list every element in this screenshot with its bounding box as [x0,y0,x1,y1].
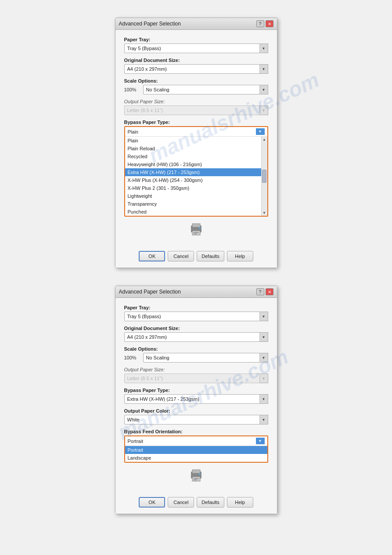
dialog-1: Advanced Paper Selection ? ✕ Paper Tray:… [115,18,277,268]
paper-tray-label-2: Paper Tray: [124,305,268,310]
paper-tray-select-wrapper-2: Tray 5 (Bypass) ▼ [124,312,268,321]
svg-rect-10 [194,479,197,480]
scale-select-wrapper-1: No Scaling ▼ [143,85,268,94]
percentage-2: 100% [124,355,140,360]
bypass-feed-orientation-group-2: Bypass Feed Orientation: Portrait ▼ Port… [124,429,268,463]
bypass-paper-type-select-2[interactable]: Extra HW (X-HW) (217 - 253gsm) [124,394,268,404]
list-item-portrait[interactable]: Portrait [125,446,267,454]
orig-doc-size-select-wrapper-1: A4 (210 x 297mm) ▼ [124,64,268,74]
list-item-selected[interactable]: Extra HW (X-HW) (217 - 253gsm) [125,168,261,176]
bypass-paper-type-dropdown-1[interactable]: Plain ▼ Plain Plain Reload Recycled Heav… [124,126,268,217]
list-item-landscape[interactable]: Landscape [125,454,267,462]
orig-doc-size-group-2: Original Document Size: A4 (210 x 297mm)… [124,326,268,342]
output-paper-size-label-1: Output Paper Size: [124,99,268,104]
percentage-1: 100% [124,87,140,92]
list-item[interactable]: Transparency [125,200,261,208]
list-item[interactable]: Recycled [125,152,261,160]
orig-doc-size-select-2[interactable]: A4 (210 x 297mm) [124,332,268,342]
paper-tray-group-2: Paper Tray: Tray 5 (Bypass) ▼ [124,305,268,321]
defaults-button-2[interactable]: Defaults [197,497,224,508]
orig-doc-size-label-1: Original Document Size: [124,58,268,63]
svg-point-5 [199,227,201,229]
help-button-2[interactable]: Help [227,497,253,508]
orig-doc-size-select-1[interactable]: A4 (210 x 297mm) [124,64,268,74]
help-button-1[interactable]: Help [227,251,253,261]
output-paper-size-select-wrapper-2: Letter (8.5 x 11") ▼ [124,374,268,383]
output-paper-color-select-2[interactable]: White [124,415,268,424]
bypass-feed-orientation-label-2: Bypass Feed Orientation: [124,429,268,434]
paper-tray-group-1: Paper Tray: Tray 5 (Bypass) ▼ [124,37,268,53]
ok-button-2[interactable]: OK [139,497,165,508]
dialog-2-footer: OK Cancel Defaults Help [115,493,277,514]
list-item[interactable]: Plain Reload [125,145,261,152]
output-paper-size-group-1: Output Paper Size: Letter (8.5 x 11") ▼ [124,99,268,115]
paper-tray-select-wrapper-1: Tray 5 (Bypass) ▼ [124,44,268,53]
orig-doc-size-label-2: Original Document Size: [124,326,268,331]
scale-options-label-1: Scale Options: [124,78,268,83]
cancel-button-1[interactable]: Cancel [168,251,194,261]
scale-options-label-2: Scale Options: [124,346,268,352]
scale-select-wrapper-2: No Scaling ▼ [143,353,268,363]
output-paper-size-select-1: Letter (8.5 x 11") [124,105,268,115]
bypass-feed-orientation-dropdown-2[interactable]: Portrait ▼ Portrait Landscape [124,435,268,463]
bypass-feed-orientation-list-2: Portrait Landscape [125,446,267,462]
bypass-feed-orientation-selected-text-2: Portrait [128,439,143,444]
titlebar-buttons-2: ? ✕ [256,288,273,295]
titlebar-buttons-1: ? ✕ [256,20,273,27]
svg-rect-3 [194,232,199,233]
output-paper-color-group-2: Output Paper Color: White ▼ [124,408,268,424]
list-item[interactable]: Heavyweight (HW) (106 - 216gsm) [125,160,261,168]
bypass-paper-type-group-2: Bypass Paper Type: Extra HW (X-HW) (217 … [124,388,268,404]
dialog-1-footer: OK Cancel Defaults Help [115,247,277,268]
list-item[interactable]: X-HW Plus 2 (301 - 350gsm) [125,184,261,192]
scale-options-group-1: Scale Options: 100% No Scaling ▼ [124,78,268,94]
svg-rect-1 [192,224,200,227]
dialog-1-title: Advanced Paper Selection [119,21,181,27]
output-paper-size-group-2: Output Paper Size: Letter (8.5 x 11") ▼ [124,367,268,383]
scale-options-row-2: 100% No Scaling ▼ [124,353,268,363]
printer-icon-area-1 [124,221,268,237]
scale-options-row-1: 100% No Scaling ▼ [124,85,268,94]
cancel-button-2[interactable]: Cancel [168,497,194,508]
scale-options-group-2: Scale Options: 100% No Scaling ▼ [124,346,268,363]
bypass-feed-orientation-list-container-2: Portrait Landscape [125,446,267,462]
list-item[interactable]: X-HW Plus (X-HW) (254 - 300gsm) [125,176,261,184]
bypass-paper-type-list-container-1: Plain Plain Reload Recycled Heavyweight … [125,137,267,216]
output-paper-color-select-wrapper-2: White ▼ [124,415,268,424]
paper-tray-select-1[interactable]: Tray 5 (Bypass) [124,44,268,53]
help-titlebar-btn-1[interactable]: ? [256,20,264,27]
bypass-paper-type-display-1: Plain ▼ [125,127,267,137]
orig-doc-size-select-wrapper-2: A4 (210 x 297mm) ▼ [124,332,268,342]
scale-select-1[interactable]: No Scaling [143,85,268,94]
list-item[interactable]: Lightweight [125,192,261,200]
bypass-paper-type-select-wrapper-2: Extra HW (X-HW) (217 - 253gsm) ▼ [124,394,268,404]
scale-select-2[interactable]: No Scaling [143,353,268,363]
list-item[interactable]: Punched [125,208,261,216]
output-paper-size-label-2: Output Paper Size: [124,367,268,372]
dialog-1-content: Paper Tray: Tray 5 (Bypass) ▼ Original D… [115,30,277,247]
output-paper-size-select-wrapper-1: Letter (8.5 x 11") ▼ [124,105,268,115]
ok-button-1[interactable]: OK [139,251,165,261]
bypass-paper-type-selected-text-1: Plain [128,129,138,134]
printer-icon-2 [188,467,204,483]
paper-tray-select-2[interactable]: Tray 5 (Bypass) [124,312,268,321]
dialog-2-title: Advanced Paper Selection [119,289,181,295]
printer-icon-1 [188,221,204,237]
bypass-paper-type-label-2: Bypass Paper Type: [124,388,268,393]
bypass-feed-orientation-display-2: Portrait ▼ [125,436,267,446]
svg-rect-7 [192,470,200,473]
bypass-feed-orientation-arrow-btn-2[interactable]: ▼ [256,438,265,444]
defaults-button-1[interactable]: Defaults [197,251,224,261]
bypass-paper-type-arrow-btn-1[interactable]: ▼ [256,128,265,135]
dialog-2-titlebar: Advanced Paper Selection ? ✕ [115,286,277,298]
close-titlebar-btn-1[interactable]: ✕ [266,20,273,27]
dialog-2-content: Paper Tray: Tray 5 (Bypass) ▼ Original D… [115,298,277,493]
bypass-paper-type-list-1: Plain Plain Reload Recycled Heavyweight … [125,137,261,216]
scrollbar-1[interactable]: ▲ ▼ [261,137,267,216]
help-titlebar-btn-2[interactable]: ? [256,288,264,295]
orig-doc-size-group-1: Original Document Size: A4 (210 x 297mm)… [124,58,268,74]
close-titlebar-btn-2[interactable]: ✕ [266,288,273,295]
list-item[interactable]: Plain [125,137,261,145]
output-paper-color-label-2: Output Paper Color: [124,408,268,414]
bypass-paper-type-label-1: Bypass Paper Type: [124,120,268,125]
